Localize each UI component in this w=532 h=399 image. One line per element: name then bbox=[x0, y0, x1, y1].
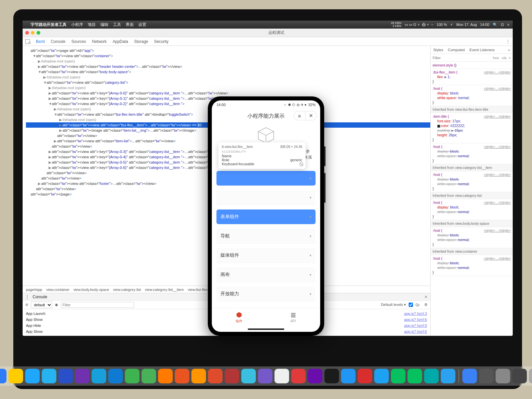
menubar-item[interactable]: 工具 bbox=[113, 22, 121, 27]
breadcrumb-item[interactable]: view.category-list__item bbox=[145, 288, 184, 292]
console-group-checkbox[interactable] bbox=[409, 303, 413, 307]
menubar-item[interactable]: 设置 bbox=[138, 22, 146, 27]
dom-node[interactable]: attr">class="tw"><page attr">id="app"> bbox=[26, 48, 430, 53]
dock-app[interactable] bbox=[42, 369, 57, 383]
dock-app[interactable] bbox=[408, 369, 422, 383]
list-icon[interactable]: ≡ bbox=[507, 23, 509, 27]
menubar-item[interactable]: 编辑 bbox=[100, 22, 108, 27]
dock-app[interactable] bbox=[308, 369, 323, 383]
dock-app[interactable] bbox=[479, 369, 494, 383]
dock-app[interactable] bbox=[341, 369, 356, 383]
category-item[interactable]: 画布▾ bbox=[216, 267, 316, 282]
breadcrumb-item[interactable]: view.container bbox=[46, 288, 69, 292]
category-item[interactable]: 媒体组件▾ bbox=[216, 248, 316, 263]
dock-app[interactable] bbox=[75, 369, 90, 383]
styles-tab-event listeners[interactable]: Event Listeners bbox=[469, 48, 495, 52]
window-traffic-lights[interactable] bbox=[25, 31, 40, 35]
dock-app[interactable] bbox=[463, 369, 477, 383]
dock-app[interactable] bbox=[25, 369, 40, 383]
mac-dock[interactable] bbox=[0, 366, 532, 386]
clear-console-icon[interactable]: ⊘ bbox=[25, 303, 28, 307]
inspect-icon[interactable] bbox=[25, 39, 30, 44]
tab-bxml[interactable]: Bxml bbox=[36, 39, 45, 44]
tab-sources[interactable]: Sources bbox=[71, 39, 86, 44]
dock-app[interactable] bbox=[158, 369, 173, 383]
console-filter-input[interactable] bbox=[61, 302, 134, 308]
console-source-link[interactable]: app.js? [sm]:9 bbox=[364, 323, 427, 329]
styles-tab-computed[interactable]: Computed bbox=[448, 48, 465, 52]
dock-app[interactable] bbox=[391, 369, 406, 383]
css-rule[interactable]: element.style {} bbox=[431, 62, 513, 69]
capsule-menu-icon[interactable]: ≡ bbox=[294, 111, 306, 120]
dock-app[interactable] bbox=[441, 369, 456, 383]
tab-storage[interactable]: Storage bbox=[134, 39, 148, 44]
css-rule[interactable]: :host {<style>…</style>display: block;wh… bbox=[431, 199, 513, 220]
css-rule[interactable]: :host {<style>…</style>display: block;wh… bbox=[431, 143, 513, 164]
console-drawer-handle[interactable]: ⋮ bbox=[25, 295, 29, 299]
dock-app[interactable] bbox=[424, 369, 439, 383]
breadcrumb-item[interactable]: page#app bbox=[26, 288, 42, 292]
css-rule[interactable]: .ttui-flex__item {<style>…</style>flex: … bbox=[431, 69, 513, 85]
home-indicator[interactable] bbox=[212, 327, 320, 332]
tab-console[interactable]: Console bbox=[51, 39, 66, 44]
menubar-item[interactable]: 小程序 bbox=[71, 22, 83, 27]
dom-node[interactable]: ▼attr">class="tw"><view attr">class="bod… bbox=[26, 69, 430, 74]
eye-icon[interactable]: ◉ bbox=[55, 303, 58, 307]
css-rule[interactable]: :host {<style>…</style>display: block;wh… bbox=[431, 255, 513, 276]
menubar-app-name[interactable]: 字节跳动开发者工具 bbox=[31, 22, 66, 28]
css-rule[interactable]: :host {<style>…</style>display: block;wh… bbox=[431, 171, 513, 192]
dock-app[interactable] bbox=[374, 369, 389, 383]
console-source-link[interactable]: app.js? [sm]:6 bbox=[364, 329, 427, 334]
hov-toggle[interactable]: :hov bbox=[492, 56, 499, 60]
dock-app[interactable] bbox=[142, 369, 156, 383]
menubar-item[interactable]: 项目 bbox=[88, 22, 96, 27]
spotlight-icon[interactable]: 🔍 bbox=[493, 23, 497, 27]
tab-network[interactable]: Network bbox=[92, 39, 107, 44]
dock-app[interactable] bbox=[512, 369, 527, 383]
dock-app[interactable] bbox=[59, 369, 73, 383]
dock-app[interactable] bbox=[496, 369, 510, 383]
console-source-link[interactable]: app.js? [sm]:6 bbox=[364, 317, 427, 323]
dock-app[interactable] bbox=[291, 369, 306, 383]
category-item[interactable]: 开放能力▾ bbox=[216, 287, 316, 301]
dock-app[interactable] bbox=[192, 369, 206, 383]
category-item[interactable]: 表单组件▾ bbox=[216, 209, 316, 224]
control-center-icon[interactable]: ⌬ bbox=[501, 23, 504, 27]
dom-node[interactable]: ▶attr">class="tw"><view attr">:key="{Arr… bbox=[26, 90, 430, 96]
new-rule-icon[interactable]: + bbox=[509, 56, 511, 60]
dock-app[interactable] bbox=[92, 369, 106, 383]
styles-rules[interactable]: element.style {}.ttui-flex__item {<style… bbox=[431, 62, 513, 336]
breadcrumb-item[interactable]: view.category-list bbox=[113, 288, 141, 292]
console-levels-select[interactable]: Default levels ▾ bbox=[381, 303, 406, 307]
tab-security[interactable]: Security bbox=[154, 39, 168, 44]
dock-app[interactable] bbox=[125, 369, 140, 383]
dock-app[interactable] bbox=[225, 369, 239, 383]
dock-app[interactable] bbox=[0, 369, 7, 383]
more-icon[interactable]: ⋮ bbox=[506, 39, 510, 44]
dom-node[interactable]: ▶#shadow-root (open) bbox=[26, 74, 430, 80]
dom-node[interactable]: ▼attr">class="tw"><view attr">class="con… bbox=[26, 53, 430, 59]
dock-app[interactable] bbox=[258, 369, 273, 383]
dock-app[interactable] bbox=[529, 369, 532, 383]
console-source-link[interactable]: app.js? [sm]:3 bbox=[364, 311, 427, 317]
css-rule[interactable]: :host {<style>…</style>display: block;wh… bbox=[431, 227, 513, 248]
styles-more-icon[interactable]: » bbox=[508, 48, 510, 52]
category-item[interactable]: ▾ bbox=[216, 190, 316, 205]
dock-app[interactable] bbox=[9, 369, 23, 383]
console-tab-label[interactable]: Console bbox=[33, 295, 47, 299]
dom-node[interactable]: ▶#shadow-root (open) bbox=[26, 85, 430, 90]
styles-filter-input[interactable] bbox=[433, 56, 490, 60]
capsule-close-icon[interactable]: ✕ bbox=[306, 111, 317, 120]
dom-node[interactable]: ▼attr">class="tw"><view attr">class="cat… bbox=[26, 80, 430, 85]
dock-app[interactable] bbox=[108, 369, 123, 383]
dock-app[interactable] bbox=[275, 369, 289, 383]
dock-app[interactable] bbox=[208, 369, 223, 383]
console-context-select[interactable]: default bbox=[31, 302, 52, 308]
tab-api[interactable]: API bbox=[266, 308, 320, 327]
css-rule[interactable]: :host {<style>…</style>display: block;wh… bbox=[431, 85, 513, 106]
menubar-item[interactable]: 界面 bbox=[126, 22, 134, 27]
tab-appdata[interactable]: AppData bbox=[113, 39, 128, 44]
dock-app[interactable] bbox=[325, 369, 339, 383]
console-sources[interactable]: app.js? [sm]:3app.js? [sm]:6app.js? [sm]… bbox=[360, 309, 430, 336]
styles-tab-styles[interactable]: Styles bbox=[433, 48, 443, 52]
